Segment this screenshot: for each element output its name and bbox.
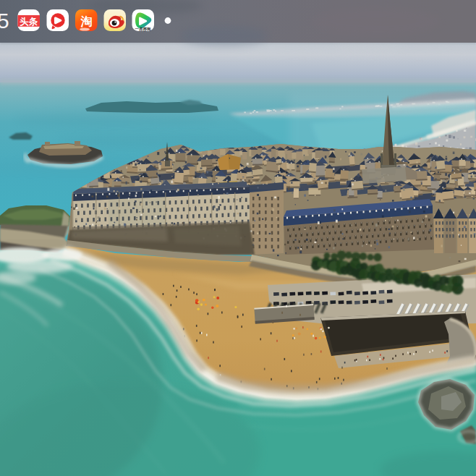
svg-text:淘: 淘 bbox=[80, 15, 93, 27]
svg-text:头条: 头条 bbox=[20, 17, 38, 27]
svg-text:一点咨询: 一点咨询 bbox=[135, 27, 151, 32]
svg-text:5: 5 bbox=[0, 9, 9, 33]
